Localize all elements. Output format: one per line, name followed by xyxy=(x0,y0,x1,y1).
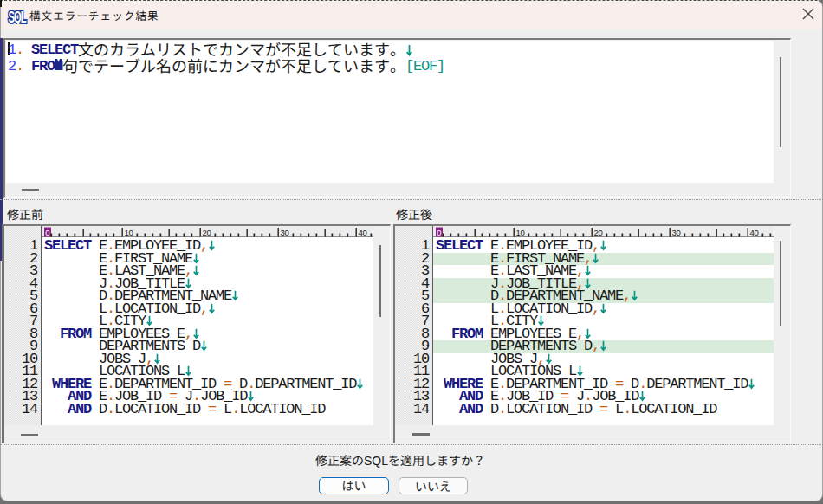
svg-text:20: 20 xyxy=(203,227,211,236)
svg-text:30: 30 xyxy=(281,227,289,236)
svg-text:0: 0 xyxy=(45,227,49,236)
svg-text:10: 10 xyxy=(125,227,133,236)
svg-text:10: 10 xyxy=(516,227,525,236)
svg-text:40: 40 xyxy=(359,227,367,236)
svg-text:SQL: SQL xyxy=(9,8,27,24)
svg-text:20: 20 xyxy=(594,227,603,236)
svg-text:0: 0 xyxy=(437,227,441,236)
svg-text:40: 40 xyxy=(750,227,759,236)
svg-text:30: 30 xyxy=(672,227,681,236)
